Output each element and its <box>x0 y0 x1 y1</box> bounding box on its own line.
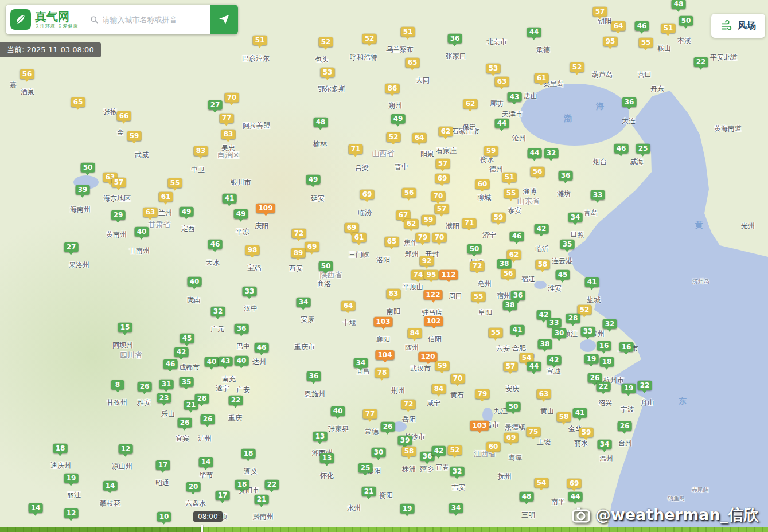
aqi-badge[interactable]: 55 <box>168 178 182 188</box>
aqi-badge[interactable]: 34 <box>449 503 463 513</box>
aqi-badge[interactable]: 62 <box>507 250 521 260</box>
aqi-badge[interactable]: 51 <box>253 36 267 45</box>
aqi-badge[interactable]: 84 <box>432 384 446 394</box>
timeline-bar[interactable] <box>0 527 768 532</box>
aqi-badge[interactable]: 36 <box>622 97 637 107</box>
aqi-badge[interactable]: 43 <box>508 92 522 102</box>
aqi-badge[interactable]: 41 <box>510 325 525 335</box>
aqi-badge[interactable]: 22 <box>229 396 243 405</box>
aqi-badge[interactable]: 44 <box>528 148 542 158</box>
aqi-badge[interactable]: 104 <box>375 350 394 360</box>
aqi-badge[interactable]: 18 <box>600 357 614 367</box>
aqi-badge[interactable]: 26 <box>201 414 215 424</box>
aqi-badge[interactable]: 70 <box>432 233 447 242</box>
aqi-badge[interactable]: 61 <box>159 192 173 202</box>
aqi-badge[interactable]: 72 <box>292 229 306 238</box>
aqi-badge[interactable]: 62 <box>463 99 478 109</box>
aqi-badge[interactable]: 52 <box>578 305 592 315</box>
aqi-badge[interactable]: 27 <box>64 242 79 252</box>
aqi-badge[interactable]: 45 <box>180 334 194 343</box>
aqi-badge[interactable]: 22 <box>694 57 708 67</box>
aqi-badge[interactable]: 53 <box>321 68 335 77</box>
aqi-badge[interactable]: 50 <box>467 244 482 254</box>
aqi-badge[interactable]: 57 <box>435 204 449 214</box>
aqi-badge[interactable]: 84 <box>408 328 422 338</box>
aqi-badge[interactable]: 44 <box>527 28 541 37</box>
aqi-badge[interactable]: 62 <box>404 219 419 229</box>
aqi-badge[interactable]: 17 <box>156 460 170 470</box>
aqi-badge[interactable]: 48 <box>672 0 686 9</box>
aqi-badge[interactable]: 65 <box>406 58 420 68</box>
aqi-badge[interactable]: 72 <box>470 261 485 271</box>
aqi-badge[interactable]: 56 <box>531 167 545 177</box>
aqi-badge[interactable]: 83 <box>387 289 401 299</box>
aqi-badge[interactable]: 26 <box>381 422 395 432</box>
aqi-badge[interactable]: 42 <box>432 446 446 456</box>
aqi-badge[interactable]: 26 <box>178 418 192 428</box>
search-submit-button[interactable] <box>210 5 238 34</box>
aqi-badge[interactable]: 41 <box>573 408 587 418</box>
aqi-badge[interactable]: 30 <box>552 328 567 338</box>
aqi-badge[interactable]: 12 <box>119 444 133 454</box>
search-input[interactable] <box>103 15 203 24</box>
aqi-badge[interactable]: 56 <box>402 188 416 198</box>
aqi-badge[interactable]: 39 <box>76 185 90 195</box>
aqi-badge[interactable]: 26 <box>138 382 152 392</box>
aqi-badge[interactable]: 75 <box>527 427 541 437</box>
aqi-badge[interactable]: 44 <box>495 119 509 128</box>
aqi-badge[interactable]: 51 <box>401 27 415 37</box>
aqi-badge[interactable]: 55 <box>489 328 503 338</box>
aqi-badge[interactable]: 22 <box>265 480 279 490</box>
aqi-badge[interactable]: 54 <box>535 478 549 488</box>
aqi-badge[interactable]: 109 <box>256 204 275 213</box>
aqi-badge[interactable]: 59 <box>127 131 142 141</box>
aqi-badge[interactable]: 77 <box>220 114 234 123</box>
aqi-badge[interactable]: 34 <box>568 213 583 222</box>
aqi-badge[interactable]: 95 <box>424 270 439 280</box>
aqi-badge[interactable]: 27 <box>208 100 223 110</box>
aqi-badge[interactable]: 50 <box>506 402 521 412</box>
aqi-badge[interactable]: 52 <box>319 37 333 47</box>
aqi-badge[interactable]: 79 <box>475 389 490 399</box>
aqi-badge[interactable]: 58 <box>536 260 550 269</box>
aqi-badge[interactable]: 29 <box>111 210 126 220</box>
aqi-badge[interactable]: 56 <box>20 69 34 79</box>
aqi-badge[interactable]: 69 <box>345 223 359 233</box>
aqi-badge[interactable]: 18 <box>241 449 256 459</box>
aqi-badge[interactable]: 49 <box>306 175 321 185</box>
aqi-badge[interactable]: 69 <box>360 190 375 200</box>
aqi-badge[interactable]: 15 <box>118 323 132 332</box>
aqi-badge[interactable]: 56 <box>501 269 516 279</box>
aqi-badge[interactable]: 57 <box>504 362 518 371</box>
aqi-badge[interactable]: 21 <box>184 400 198 410</box>
aqi-badge[interactable]: 64 <box>341 301 356 311</box>
aqi-badge[interactable]: 71 <box>349 144 363 154</box>
aqi-badge[interactable]: 48 <box>520 492 534 502</box>
aqi-badge[interactable]: 83 <box>194 146 208 156</box>
aqi-badge[interactable]: 102 <box>424 316 443 326</box>
aqi-badge[interactable]: 78 <box>375 368 389 378</box>
aqi-badge[interactable]: 10 <box>157 512 171 522</box>
aqi-badge[interactable]: 19 <box>400 504 415 514</box>
aqi-badge[interactable]: 12 <box>64 508 79 518</box>
aqi-badge[interactable]: 61 <box>352 233 367 242</box>
aqi-badge[interactable]: 42 <box>535 224 549 234</box>
aqi-badge[interactable]: 21 <box>255 495 269 504</box>
aqi-badge[interactable]: 61 <box>535 73 549 83</box>
aqi-badge[interactable]: 92 <box>420 256 434 266</box>
aqi-badge[interactable]: 40 <box>135 227 149 237</box>
aqi-badge[interactable]: 52 <box>448 445 462 455</box>
aqi-badge[interactable]: 42 <box>174 347 189 357</box>
aqi-badge[interactable]: 86 <box>385 84 400 93</box>
aqi-badge[interactable]: 57 <box>112 178 126 187</box>
aqi-badge[interactable]: 65 <box>71 97 85 107</box>
aqi-badge[interactable]: 46 <box>163 359 178 369</box>
aqi-badge[interactable]: 57 <box>436 159 450 169</box>
aqi-badge[interactable]: 35 <box>560 240 575 249</box>
aqi-badge[interactable]: 8 <box>111 380 124 390</box>
aqi-badge[interactable]: 120 <box>418 352 437 362</box>
aqi-badge[interactable]: 58 <box>402 447 416 456</box>
aqi-badge[interactable]: 33 <box>581 327 595 337</box>
aqi-badge[interactable]: 25 <box>636 144 650 154</box>
aqi-badge[interactable]: 52 <box>362 34 377 44</box>
